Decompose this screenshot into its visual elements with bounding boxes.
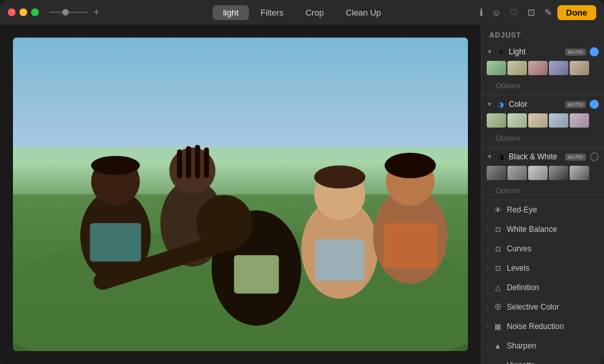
light-thumb-2[interactable] — [507, 61, 527, 75]
adjust-header: ADJUST — [482, 25, 604, 43]
titlebar: + light Filters Crop Clean Up ℹ ☺ ♡ ⊡ ✎ … — [0, 0, 604, 25]
info-icon[interactable]: ℹ — [480, 7, 483, 17]
titlebar-icons: ℹ ☺ ♡ ⊡ ✎ — [480, 7, 552, 17]
main-content: ADJUST ▼ ☀ Light AUTO Options — [0, 25, 604, 364]
bw-thumb-3[interactable] — [528, 166, 548, 180]
noise-reduction-icon: ▦ — [493, 321, 503, 332]
selective-color-label: Selective Color — [507, 302, 599, 312]
bw-section: ▼ ◑ Black & White AUTO Options — [482, 148, 604, 200]
tab-crop[interactable]: Crop — [295, 5, 334, 20]
bw-auto-badge: AUTO — [565, 154, 586, 161]
tab-filters[interactable]: Filters — [250, 5, 294, 20]
color-options[interactable]: Options — [482, 130, 604, 147]
svg-rect-7 — [186, 146, 191, 178]
definition-item[interactable]: › △ Definition — [482, 278, 604, 297]
color-thumb-4[interactable] — [549, 113, 568, 128]
svg-point-15 — [314, 166, 366, 189]
bw-options[interactable]: Options — [482, 183, 604, 199]
traffic-lights — [8, 8, 39, 16]
light-toggle[interactable] — [590, 47, 599, 56]
light-thumb-4[interactable] — [549, 61, 568, 75]
color-toggle[interactable] — [590, 100, 599, 109]
white-balance-chevron: › — [487, 226, 489, 233]
bw-section-header[interactable]: ▼ ◑ Black & White AUTO — [482, 148, 604, 166]
svg-rect-21 — [316, 239, 364, 280]
light-thumb-3[interactable] — [528, 61, 548, 75]
color-thumb-2[interactable] — [507, 113, 527, 128]
light-options[interactable]: Options — [482, 78, 604, 95]
red-eye-icon: 👁 — [493, 205, 503, 215]
heart-icon[interactable]: ♡ — [510, 7, 518, 17]
photo-scene — [13, 38, 468, 351]
light-label: Light — [509, 47, 563, 56]
done-button[interactable]: Done — [557, 5, 597, 20]
red-eye-item[interactable]: › 👁 Red-Eye — [482, 200, 604, 220]
selective-color-item[interactable]: › ⦿ Selective Color — [482, 297, 604, 317]
light-chevron: ▼ — [487, 49, 493, 55]
bw-thumb-1[interactable] — [487, 166, 506, 180]
zoom-in-icon[interactable]: + — [93, 6, 99, 18]
color-thumb-strip — [482, 113, 604, 130]
svg-rect-19 — [90, 223, 141, 261]
curves-icon: ⊡ — [493, 244, 503, 254]
svg-rect-8 — [195, 145, 200, 178]
svg-rect-6 — [177, 150, 182, 178]
levels-label: Levels — [507, 264, 599, 273]
color-thumb-1[interactable] — [487, 113, 506, 128]
slider-thumb — [62, 9, 69, 16]
vignette-item[interactable]: › ○ Vignette — [482, 356, 604, 364]
bw-icon: ◑ — [496, 152, 506, 162]
bw-thumb-5[interactable] — [570, 166, 589, 180]
bw-thumb-4[interactable] — [549, 166, 568, 180]
levels-item[interactable]: › ⊡ Levels — [482, 258, 604, 278]
curves-chevron: › — [487, 245, 489, 252]
curves-label: Curves — [507, 244, 599, 253]
light-thumb-strip — [482, 61, 604, 78]
white-balance-item[interactable]: › ⊡ White Balance — [482, 220, 604, 239]
sharpen-icon: ▲ — [493, 341, 503, 351]
color-label: Color — [509, 100, 563, 109]
bw-options-label: Options — [496, 187, 520, 194]
share-icon[interactable]: ⊡ — [528, 7, 535, 17]
svg-rect-22 — [383, 223, 437, 267]
bw-thumb-2[interactable] — [507, 166, 527, 180]
light-thumb-5[interactable] — [570, 61, 589, 75]
color-section-header[interactable]: ▼ ◑ Color AUTO — [482, 95, 604, 113]
levels-icon: ⊡ — [493, 263, 503, 273]
light-section: ▼ ☀ Light AUTO Options — [482, 43, 604, 95]
sharpen-item[interactable]: › ▲ Sharpen — [482, 336, 604, 356]
color-thumb-3[interactable] — [528, 113, 548, 128]
definition-icon: △ — [493, 282, 503, 293]
zoom-slider[interactable]: + — [49, 6, 99, 18]
white-balance-icon: ⊡ — [493, 224, 503, 234]
close-button[interactable] — [8, 8, 16, 16]
white-balance-label: White Balance — [507, 225, 599, 234]
noise-reduction-chevron: › — [487, 323, 489, 330]
photo-container — [13, 38, 468, 351]
people-silhouettes — [13, 38, 468, 351]
photo-area — [0, 25, 481, 364]
color-thumb-5[interactable] — [570, 113, 589, 128]
tab-cleanup[interactable]: Clean Up — [336, 5, 391, 20]
color-options-label: Options — [496, 134, 520, 142]
minimize-button[interactable] — [19, 8, 27, 16]
sidebar: ADJUST ▼ ☀ Light AUTO Options — [481, 25, 604, 364]
light-icon: ☀ — [496, 47, 506, 57]
levels-chevron: › — [487, 265, 489, 271]
light-thumb-1[interactable] — [487, 61, 506, 75]
edit-icon[interactable]: ✎ — [544, 7, 552, 17]
svg-point-18 — [384, 153, 436, 179]
svg-rect-9 — [204, 148, 209, 177]
light-section-header[interactable]: ▼ ☀ Light AUTO — [482, 43, 604, 61]
sharpen-chevron: › — [487, 343, 489, 349]
curves-item[interactable]: › ⊡ Curves — [482, 239, 604, 258]
light-options-label: Options — [496, 82, 520, 89]
bw-chevron: ▼ — [487, 154, 493, 160]
emoji-icon[interactable]: ☺ — [492, 7, 501, 17]
bw-toggle[interactable] — [590, 152, 599, 161]
maximize-button[interactable] — [31, 8, 39, 16]
noise-reduction-item[interactable]: › ▦ Noise Reduction — [482, 317, 604, 336]
nav-tabs: light Filters Crop Clean Up — [213, 5, 391, 20]
color-icon: ◑ — [496, 99, 506, 109]
tab-adjust[interactable]: light — [213, 5, 249, 20]
